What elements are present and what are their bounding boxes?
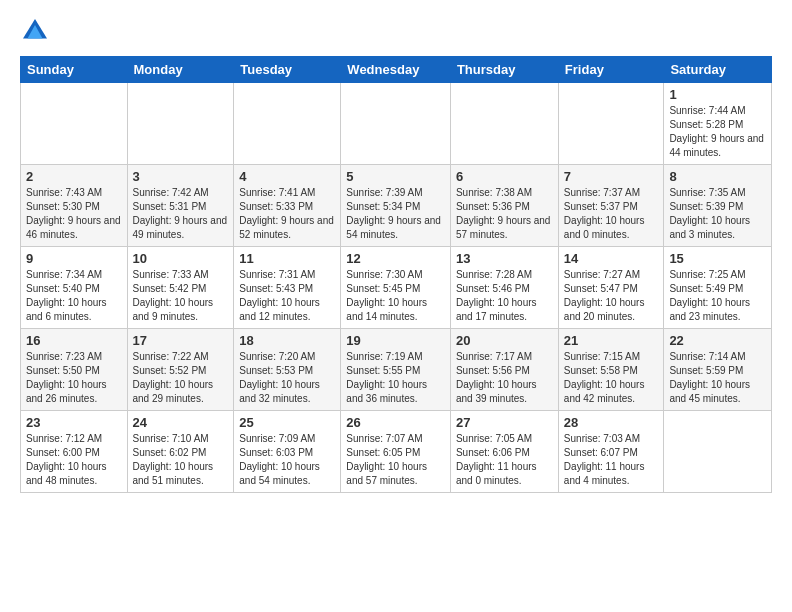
- calendar-cell: 18Sunrise: 7:20 AM Sunset: 5:53 PM Dayli…: [234, 329, 341, 411]
- calendar-cell: 21Sunrise: 7:15 AM Sunset: 5:58 PM Dayli…: [558, 329, 664, 411]
- day-info: Sunrise: 7:14 AM Sunset: 5:59 PM Dayligh…: [669, 350, 766, 406]
- day-info: Sunrise: 7:30 AM Sunset: 5:45 PM Dayligh…: [346, 268, 445, 324]
- day-number: 4: [239, 169, 335, 184]
- day-number: 17: [133, 333, 229, 348]
- day-info: Sunrise: 7:19 AM Sunset: 5:55 PM Dayligh…: [346, 350, 445, 406]
- day-number: 11: [239, 251, 335, 266]
- calendar-cell: 19Sunrise: 7:19 AM Sunset: 5:55 PM Dayli…: [341, 329, 451, 411]
- day-number: 15: [669, 251, 766, 266]
- calendar-cell: 13Sunrise: 7:28 AM Sunset: 5:46 PM Dayli…: [450, 247, 558, 329]
- weekday-header-wednesday: Wednesday: [341, 57, 451, 83]
- day-info: Sunrise: 7:33 AM Sunset: 5:42 PM Dayligh…: [133, 268, 229, 324]
- day-number: 16: [26, 333, 122, 348]
- day-info: Sunrise: 7:37 AM Sunset: 5:37 PM Dayligh…: [564, 186, 659, 242]
- calendar-cell: 10Sunrise: 7:33 AM Sunset: 5:42 PM Dayli…: [127, 247, 234, 329]
- header: [20, 16, 772, 46]
- day-info: Sunrise: 7:03 AM Sunset: 6:07 PM Dayligh…: [564, 432, 659, 488]
- day-info: Sunrise: 7:35 AM Sunset: 5:39 PM Dayligh…: [669, 186, 766, 242]
- page: SundayMondayTuesdayWednesdayThursdayFrid…: [0, 0, 792, 503]
- day-info: Sunrise: 7:20 AM Sunset: 5:53 PM Dayligh…: [239, 350, 335, 406]
- calendar-cell: 23Sunrise: 7:12 AM Sunset: 6:00 PM Dayli…: [21, 411, 128, 493]
- calendar-cell: 24Sunrise: 7:10 AM Sunset: 6:02 PM Dayli…: [127, 411, 234, 493]
- calendar-cell: 5Sunrise: 7:39 AM Sunset: 5:34 PM Daylig…: [341, 165, 451, 247]
- day-info: Sunrise: 7:22 AM Sunset: 5:52 PM Dayligh…: [133, 350, 229, 406]
- day-info: Sunrise: 7:41 AM Sunset: 5:33 PM Dayligh…: [239, 186, 335, 242]
- day-info: Sunrise: 7:42 AM Sunset: 5:31 PM Dayligh…: [133, 186, 229, 242]
- week-row-1: 2Sunrise: 7:43 AM Sunset: 5:30 PM Daylig…: [21, 165, 772, 247]
- day-info: Sunrise: 7:17 AM Sunset: 5:56 PM Dayligh…: [456, 350, 553, 406]
- calendar-cell: 14Sunrise: 7:27 AM Sunset: 5:47 PM Dayli…: [558, 247, 664, 329]
- calendar-cell: 8Sunrise: 7:35 AM Sunset: 5:39 PM Daylig…: [664, 165, 772, 247]
- day-info: Sunrise: 7:10 AM Sunset: 6:02 PM Dayligh…: [133, 432, 229, 488]
- weekday-header-saturday: Saturday: [664, 57, 772, 83]
- day-number: 3: [133, 169, 229, 184]
- day-number: 19: [346, 333, 445, 348]
- calendar-cell: 1Sunrise: 7:44 AM Sunset: 5:28 PM Daylig…: [664, 83, 772, 165]
- calendar-cell: 11Sunrise: 7:31 AM Sunset: 5:43 PM Dayli…: [234, 247, 341, 329]
- day-number: 14: [564, 251, 659, 266]
- calendar-cell: 12Sunrise: 7:30 AM Sunset: 5:45 PM Dayli…: [341, 247, 451, 329]
- calendar-cell: 4Sunrise: 7:41 AM Sunset: 5:33 PM Daylig…: [234, 165, 341, 247]
- day-number: 10: [133, 251, 229, 266]
- day-info: Sunrise: 7:12 AM Sunset: 6:00 PM Dayligh…: [26, 432, 122, 488]
- day-info: Sunrise: 7:23 AM Sunset: 5:50 PM Dayligh…: [26, 350, 122, 406]
- day-info: Sunrise: 7:38 AM Sunset: 5:36 PM Dayligh…: [456, 186, 553, 242]
- day-info: Sunrise: 7:15 AM Sunset: 5:58 PM Dayligh…: [564, 350, 659, 406]
- calendar-cell: 7Sunrise: 7:37 AM Sunset: 5:37 PM Daylig…: [558, 165, 664, 247]
- day-number: 26: [346, 415, 445, 430]
- day-number: 6: [456, 169, 553, 184]
- day-info: Sunrise: 7:31 AM Sunset: 5:43 PM Dayligh…: [239, 268, 335, 324]
- weekday-header-friday: Friday: [558, 57, 664, 83]
- calendar-cell: 3Sunrise: 7:42 AM Sunset: 5:31 PM Daylig…: [127, 165, 234, 247]
- calendar-cell: 20Sunrise: 7:17 AM Sunset: 5:56 PM Dayli…: [450, 329, 558, 411]
- day-number: 7: [564, 169, 659, 184]
- calendar-cell: [341, 83, 451, 165]
- weekday-header-monday: Monday: [127, 57, 234, 83]
- day-number: 1: [669, 87, 766, 102]
- calendar-cell: [450, 83, 558, 165]
- day-number: 13: [456, 251, 553, 266]
- day-number: 12: [346, 251, 445, 266]
- day-number: 27: [456, 415, 553, 430]
- day-info: Sunrise: 7:25 AM Sunset: 5:49 PM Dayligh…: [669, 268, 766, 324]
- calendar-cell: 25Sunrise: 7:09 AM Sunset: 6:03 PM Dayli…: [234, 411, 341, 493]
- day-number: 25: [239, 415, 335, 430]
- calendar-cell: [127, 83, 234, 165]
- day-number: 8: [669, 169, 766, 184]
- day-number: 28: [564, 415, 659, 430]
- day-info: Sunrise: 7:34 AM Sunset: 5:40 PM Dayligh…: [26, 268, 122, 324]
- day-number: 24: [133, 415, 229, 430]
- day-number: 22: [669, 333, 766, 348]
- logo-icon: [20, 16, 50, 46]
- day-number: 2: [26, 169, 122, 184]
- calendar-cell: [234, 83, 341, 165]
- calendar-cell: 28Sunrise: 7:03 AM Sunset: 6:07 PM Dayli…: [558, 411, 664, 493]
- weekday-header-tuesday: Tuesday: [234, 57, 341, 83]
- day-info: Sunrise: 7:09 AM Sunset: 6:03 PM Dayligh…: [239, 432, 335, 488]
- day-number: 20: [456, 333, 553, 348]
- week-row-3: 16Sunrise: 7:23 AM Sunset: 5:50 PM Dayli…: [21, 329, 772, 411]
- logo: [20, 16, 54, 46]
- week-row-2: 9Sunrise: 7:34 AM Sunset: 5:40 PM Daylig…: [21, 247, 772, 329]
- calendar-cell: 9Sunrise: 7:34 AM Sunset: 5:40 PM Daylig…: [21, 247, 128, 329]
- calendar-cell: 17Sunrise: 7:22 AM Sunset: 5:52 PM Dayli…: [127, 329, 234, 411]
- day-info: Sunrise: 7:28 AM Sunset: 5:46 PM Dayligh…: [456, 268, 553, 324]
- weekday-header-sunday: Sunday: [21, 57, 128, 83]
- calendar-cell: 26Sunrise: 7:07 AM Sunset: 6:05 PM Dayli…: [341, 411, 451, 493]
- calendar-cell: [21, 83, 128, 165]
- weekday-header-thursday: Thursday: [450, 57, 558, 83]
- day-number: 9: [26, 251, 122, 266]
- weekday-header-row: SundayMondayTuesdayWednesdayThursdayFrid…: [21, 57, 772, 83]
- week-row-4: 23Sunrise: 7:12 AM Sunset: 6:00 PM Dayli…: [21, 411, 772, 493]
- calendar-cell: [558, 83, 664, 165]
- calendar-cell: 2Sunrise: 7:43 AM Sunset: 5:30 PM Daylig…: [21, 165, 128, 247]
- calendar-cell: 27Sunrise: 7:05 AM Sunset: 6:06 PM Dayli…: [450, 411, 558, 493]
- day-number: 23: [26, 415, 122, 430]
- day-info: Sunrise: 7:07 AM Sunset: 6:05 PM Dayligh…: [346, 432, 445, 488]
- day-info: Sunrise: 7:43 AM Sunset: 5:30 PM Dayligh…: [26, 186, 122, 242]
- calendar-cell: 15Sunrise: 7:25 AM Sunset: 5:49 PM Dayli…: [664, 247, 772, 329]
- day-info: Sunrise: 7:44 AM Sunset: 5:28 PM Dayligh…: [669, 104, 766, 160]
- day-info: Sunrise: 7:27 AM Sunset: 5:47 PM Dayligh…: [564, 268, 659, 324]
- calendar-cell: 22Sunrise: 7:14 AM Sunset: 5:59 PM Dayli…: [664, 329, 772, 411]
- day-info: Sunrise: 7:39 AM Sunset: 5:34 PM Dayligh…: [346, 186, 445, 242]
